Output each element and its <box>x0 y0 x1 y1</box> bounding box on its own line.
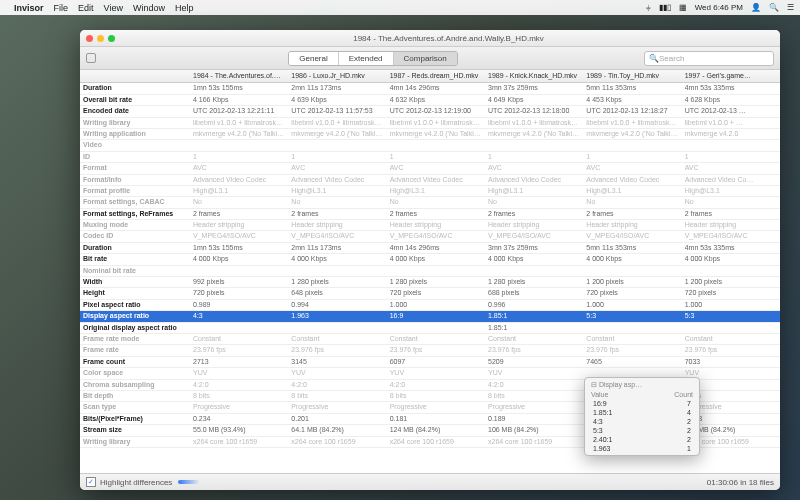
cell[interactable]: Header stripping <box>682 220 780 231</box>
column-header[interactable]: 1984 - The.Adventures.of.An… <box>190 70 288 83</box>
row-header[interactable]: Frame count <box>80 357 190 368</box>
cell[interactable] <box>387 323 485 334</box>
cell[interactable]: mkvmerge v4.2.0 ('No Talking') built on … <box>485 129 583 140</box>
cell[interactable]: 0.189 <box>485 414 583 425</box>
cell[interactable] <box>288 323 386 334</box>
cell[interactable]: 2mn 11s 173ms <box>288 243 386 254</box>
row-header[interactable]: Original display aspect ratio <box>80 323 190 334</box>
flag-icon[interactable]: ▦ <box>679 3 687 12</box>
cell[interactable]: x264 core 100 r1659 <box>288 437 386 448</box>
row-header[interactable]: Muxing mode <box>80 220 190 231</box>
cell[interactable]: 688 pixels <box>485 288 583 299</box>
cell[interactable]: AVC <box>583 163 681 174</box>
cell[interactable]: 4 000 Kbps <box>485 254 583 265</box>
cell[interactable] <box>583 266 681 277</box>
cell[interactable]: x264 core 100 r1659 <box>190 437 288 448</box>
cell[interactable]: x264 core 100 r1659 <box>387 437 485 448</box>
cell[interactable]: V_MPEG4/ISO/AVC <box>387 231 485 242</box>
spotlight-icon[interactable]: 🔍 <box>769 3 779 12</box>
cell[interactable]: 5:3 <box>682 311 780 322</box>
cell[interactable] <box>387 140 485 151</box>
row-header[interactable]: Stream size <box>80 425 190 436</box>
cell[interactable]: Constant <box>190 334 288 345</box>
cell[interactable]: No <box>288 197 386 208</box>
cell[interactable]: AVC <box>288 163 386 174</box>
cell[interactable] <box>288 266 386 277</box>
cell[interactable]: High@L3.1 <box>190 186 288 197</box>
cell[interactable]: No <box>583 197 681 208</box>
cell[interactable]: 3145 <box>288 357 386 368</box>
cell[interactable]: Advanced Video Codec <box>190 175 288 186</box>
cell[interactable]: mkvmerge v4.2.0 ('No Talking') built on … <box>190 129 288 140</box>
cell[interactable]: 4 000 Kbps <box>387 254 485 265</box>
cell[interactable]: 8 bits <box>485 391 583 402</box>
cell[interactable]: Header stripping <box>485 220 583 231</box>
wifi-icon[interactable]: ⏚ <box>646 3 651 12</box>
cell[interactable]: V_MPEG4/ISO/AVC <box>583 231 681 242</box>
cell[interactable]: 23.976 fps <box>190 345 288 356</box>
row-header[interactable]: Nominal bit rate <box>80 266 190 277</box>
column-header[interactable]: 1989 - Tin.Toy_HD.mkv <box>583 70 681 83</box>
row-header[interactable]: Format settings, CABAC <box>80 197 190 208</box>
cell[interactable] <box>682 140 780 151</box>
cell[interactable]: Constant <box>485 334 583 345</box>
cell[interactable]: 124 MB (84.2%) <box>387 425 485 436</box>
cell[interactable]: Header stripping <box>190 220 288 231</box>
highlight-slider[interactable] <box>178 480 200 484</box>
cell[interactable]: No <box>190 197 288 208</box>
cell[interactable]: High@L3.1 <box>288 186 386 197</box>
cell[interactable]: 2713 <box>190 357 288 368</box>
cell[interactable]: 720 pixels <box>682 288 780 299</box>
cell[interactable]: 2 frames <box>682 209 780 220</box>
cell[interactable]: 23.976 fps <box>583 345 681 356</box>
cell[interactable]: 5209 <box>485 357 583 368</box>
cell[interactable]: 1.000 <box>583 300 681 311</box>
row-header[interactable]: Chroma subsampling <box>80 380 190 391</box>
view-tabs[interactable]: General Extended Comparison <box>288 51 457 66</box>
cell[interactable]: High@L3.1 <box>583 186 681 197</box>
cell[interactable] <box>485 266 583 277</box>
cell[interactable]: 1 200 pixels <box>583 277 681 288</box>
cell[interactable]: 8 bits <box>190 391 288 402</box>
cell[interactable]: 4mn 14s 296ms <box>387 83 485 94</box>
cell[interactable]: AVC <box>190 163 288 174</box>
row-header[interactable]: ID <box>80 152 190 163</box>
row-header[interactable]: Writing application <box>80 129 190 140</box>
cell[interactable]: 1.85:1 <box>485 311 583 322</box>
cell[interactable]: Advanced Video Codec <box>387 175 485 186</box>
cell[interactable]: 4mn 53s 335ms <box>682 83 780 94</box>
cell[interactable]: 7465 <box>583 357 681 368</box>
cell[interactable]: High@L3.1 <box>387 186 485 197</box>
row-header[interactable]: Duration <box>80 83 190 94</box>
cell[interactable]: 6097 <box>387 357 485 368</box>
cell[interactable]: YUV <box>190 368 288 379</box>
cell[interactable]: High@L3.1 <box>682 186 780 197</box>
column-header[interactable]: 1989 - Knick.Knack_HD.mkv <box>485 70 583 83</box>
row-header[interactable]: Format settings, ReFrames <box>80 209 190 220</box>
cell[interactable]: libebml v1.0.0 + libmatroska v1.0.0 <box>583 118 681 129</box>
cell[interactable]: 1.85:1 <box>485 323 583 334</box>
row-header[interactable]: Display aspect ratio <box>80 311 190 322</box>
row-header[interactable]: Frame rate mode <box>80 334 190 345</box>
cell[interactable]: 4 639 Kbps <box>288 95 386 106</box>
cell[interactable]: 2 frames <box>288 209 386 220</box>
cell[interactable]: UTC 2012-02-13 … <box>682 106 780 117</box>
cell[interactable]: 4:2:0 <box>485 380 583 391</box>
cell[interactable]: 1mn 53s 155ms <box>190 243 288 254</box>
cell[interactable]: 1 280 pixels <box>288 277 386 288</box>
clock[interactable]: Wed 6:46 PM <box>695 3 743 12</box>
cell[interactable]: mkvmerge v4.2.0 <box>682 129 780 140</box>
cell[interactable]: No <box>682 197 780 208</box>
tab-extended[interactable]: Extended <box>339 52 394 65</box>
popup-row[interactable]: 16:97 <box>587 399 697 408</box>
cell[interactable]: Progressive <box>288 402 386 413</box>
row-header[interactable]: Codec ID <box>80 231 190 242</box>
sidebar-toggle-icon[interactable] <box>86 53 96 63</box>
cell[interactable]: YUV <box>387 368 485 379</box>
cell[interactable]: 4 000 Kbps <box>682 254 780 265</box>
cell[interactable]: 5mn 11s 353ms <box>583 243 681 254</box>
cell[interactable]: UTC 2012-02-13 12:19:00 <box>387 106 485 117</box>
cell[interactable]: V_MPEG4/ISO/AVC <box>682 231 780 242</box>
cell[interactable]: mkvmerge v4.2.0 ('No Talking') built on … <box>288 129 386 140</box>
popup-row[interactable]: 4:32 <box>587 417 697 426</box>
